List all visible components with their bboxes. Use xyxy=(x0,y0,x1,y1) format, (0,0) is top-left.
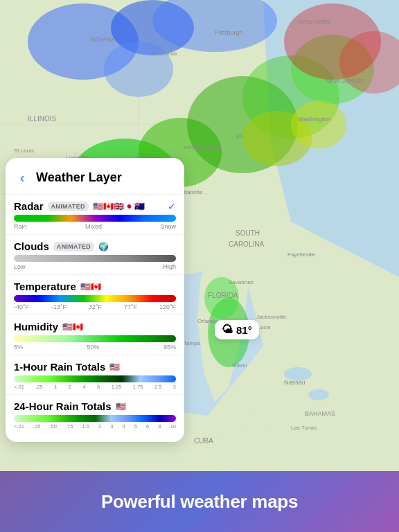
svg-text:Orlando: Orlando xyxy=(197,318,218,324)
clouds-section: Clouds ANIMATED 🌍 LowHigh xyxy=(6,235,184,275)
weather-temp: 81° xyxy=(236,324,252,336)
humidity-color-bar xyxy=(14,335,176,342)
svg-text:Miami: Miami xyxy=(232,362,247,369)
humidity-scale: 5%50%95% xyxy=(14,344,176,351)
humidity-label: Humidity xyxy=(14,321,58,332)
rain24-color-bar xyxy=(14,415,176,422)
svg-text:NEW JERSEY: NEW JERSEY xyxy=(326,78,366,85)
radar-badge: ANIMATED xyxy=(48,202,89,211)
rain1-label: 1-Hour Rain Totals xyxy=(14,361,105,373)
svg-point-10 xyxy=(291,100,346,149)
radar-scale: RainMixedSnow xyxy=(14,223,176,230)
svg-text:ILLINOIS: ILLINOIS xyxy=(28,115,56,123)
humidity-section: Humidity 🇺🇸🇨🇦 5%50%95% xyxy=(6,315,184,355)
svg-text:Tampa: Tampa xyxy=(184,340,201,346)
bottom-banner: Powerful weather maps xyxy=(0,471,399,532)
svg-text:Pittsburgh: Pittsburgh xyxy=(215,29,243,36)
weather-tooltip: 🌤 81° xyxy=(215,320,259,339)
panel-title: Weather Layer xyxy=(36,170,175,185)
svg-text:SOUTH: SOUTH xyxy=(236,229,260,237)
rain24-flags: 🇺🇸 xyxy=(116,402,126,411)
humidity-flags: 🇺🇸🇨🇦 xyxy=(62,322,83,332)
radar-section: Radar ANIMATED 🇺🇸🇨🇦🇬🇧🇯🇵🇦🇺 ✓ RainMixedSno… xyxy=(6,195,184,235)
rain1-flags: 🇺🇸 xyxy=(109,362,120,372)
svg-text:NEW YORK: NEW YORK xyxy=(298,19,332,26)
weather-icon: 🌤 xyxy=(222,323,233,336)
svg-point-14 xyxy=(104,42,173,97)
svg-text:FLORIDA: FLORIDA xyxy=(208,292,238,299)
svg-text:Jacksonville: Jacksonville xyxy=(256,314,287,320)
svg-text:Nassau: Nassau xyxy=(284,379,305,386)
svg-text:Winston-Salem: Winston-Salem xyxy=(184,144,222,150)
clouds-flags: 🌍 xyxy=(98,242,109,251)
radar-color-bar xyxy=(14,215,176,222)
rain24-scale: <.01.25.50.751.523456810 xyxy=(14,423,176,429)
banner-text: Powerful weather maps xyxy=(101,491,298,513)
radar-checkmark: ✓ xyxy=(168,201,176,212)
rain1-section: 1-Hour Rain Totals 🇺🇸 <.01.2512481.251.7… xyxy=(6,355,184,395)
rain1-color-bar xyxy=(14,375,176,382)
rain24-label: 24-Hour Rain Totals xyxy=(14,400,112,412)
clouds-color-bar xyxy=(14,255,176,262)
svg-text:Cincinnati: Cincinnati xyxy=(152,51,177,57)
back-button[interactable]: ‹ xyxy=(12,168,32,187)
temperature-scale: -40°F-13°F32°F77°F120°F xyxy=(14,303,176,310)
svg-text:St Louis: St Louis xyxy=(14,148,34,154)
temperature-color-bar xyxy=(14,295,176,302)
radar-label: Radar xyxy=(14,200,44,212)
clouds-scale: LowHigh xyxy=(14,263,176,270)
temperature-flags: 🇺🇸🇨🇦 xyxy=(80,282,101,292)
panel-header: ‹ Weather Layer xyxy=(6,158,184,195)
svg-text:INDIANA: INDIANA xyxy=(90,36,116,43)
svg-text:CAROLINA: CAROLINA xyxy=(229,240,264,248)
rain1-scale: <.01.2512481.251.752.53 xyxy=(14,384,176,390)
clouds-badge: ANIMATED xyxy=(53,242,94,251)
weather-panel: ‹ Weather Layer Radar ANIMATED 🇺🇸🇨🇦🇬🇧🇯🇵🇦… xyxy=(6,158,184,442)
svg-text:VA: VA xyxy=(236,133,243,140)
svg-text:Savannah: Savannah xyxy=(229,279,254,285)
svg-text:Las Tunas: Las Tunas xyxy=(291,425,317,431)
svg-text:CUBA: CUBA xyxy=(194,437,213,445)
temperature-section: Temperature 🇺🇸🇨🇦 -40°F-13°F32°F77°F120°F xyxy=(6,275,184,315)
svg-text:BAHAMAS: BAHAMAS xyxy=(305,410,335,417)
temperature-label: Temperature xyxy=(14,281,76,292)
radar-flags: 🇺🇸🇨🇦🇬🇧🇯🇵🇦🇺 xyxy=(93,202,145,211)
rain24-section: 24-Hour Rain Totals 🇺🇸 <.01.25.50.751.52… xyxy=(6,395,184,434)
clouds-label: Clouds xyxy=(14,240,49,252)
svg-text:Washington: Washington xyxy=(298,116,330,123)
svg-text:Fayetteville: Fayetteville xyxy=(287,251,316,258)
svg-point-3 xyxy=(308,389,329,400)
